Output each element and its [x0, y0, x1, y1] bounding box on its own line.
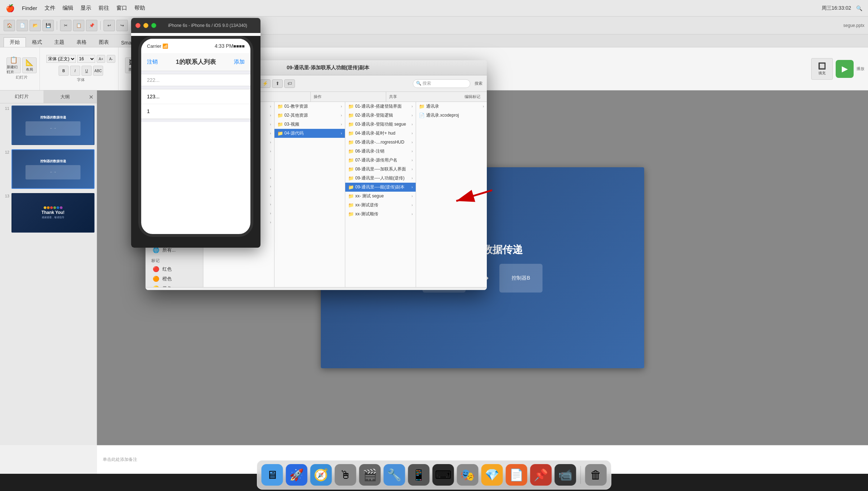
toolbar-home[interactable]: 🏠 — [4, 20, 15, 31]
toolbar-save[interactable]: 💾 — [42, 20, 54, 31]
toolbar-paste[interactable]: 📌 — [86, 20, 97, 31]
btn-italic[interactable]: I — [70, 66, 80, 76]
dock-item-launchpad[interactable]: 🚀 — [286, 464, 308, 486]
dock-item-automator[interactable]: 🎭 — [457, 464, 479, 486]
ios-search-bar[interactable]: 222... — [141, 74, 250, 86]
dock-item-safari[interactable]: 🧭 — [310, 464, 332, 486]
col3-item-10[interactable]: 📁 xx- 测试 segue › — [345, 192, 416, 201]
tab-slides[interactable]: 幻灯片 — [0, 90, 43, 103]
dock-pages-icon: 📄 — [509, 468, 524, 482]
col3-item-8[interactable]: 📁 09-通讯里----人功能(逆传) › — [345, 174, 416, 183]
col4-item-0[interactable]: 📁 通讯录 › — [416, 102, 487, 111]
ios-nav-left[interactable]: 注销 — [147, 59, 158, 65]
ios-nav-right[interactable]: 添加 — [234, 59, 245, 65]
btn-underline[interactable]: U — [82, 66, 92, 76]
col3-item-12[interactable]: 📁 xx-测试顺传 › — [345, 210, 416, 219]
col3-item-11[interactable]: 📁 xx-测试逆传 › — [345, 201, 416, 210]
dock-item-finder[interactable]: 🖥 — [262, 464, 283, 486]
dock-terminal-icon: ⌨ — [435, 468, 452, 482]
yellow-tag-icon: 🟡 — [153, 285, 160, 287]
ios-max-btn[interactable] — [151, 23, 156, 28]
menu-view[interactable]: 显示 — [80, 5, 91, 11]
btn-strikethrough[interactable]: ABC — [93, 66, 103, 76]
ribbon-tab-theme[interactable]: 主题 — [48, 37, 70, 47]
menu-go[interactable]: 前往 — [98, 5, 109, 11]
slide-preview-11[interactable]: 控制器的数据传递 ← → — [11, 106, 94, 145]
dock-item-xcode[interactable]: 🔧 — [384, 464, 405, 486]
toolbar-new[interactable]: 📄 — [17, 20, 28, 31]
ios-row-1[interactable]: 1 — [141, 104, 250, 119]
col3-item-3[interactable]: 📁 04-通讯录-延时+ hud › — [345, 129, 416, 138]
dock-item-quicktime[interactable]: 📹 — [555, 464, 576, 486]
col3-item-1[interactable]: 📁 02-通讯录-登陆逻辑 › — [345, 111, 416, 120]
finder-action-btn[interactable]: ⚡ — [260, 79, 271, 88]
ribbon-tab-chart[interactable]: 图表 — [93, 37, 115, 47]
sidebar-item-orange[interactable]: 🟠 橙色 — [147, 274, 202, 284]
font-family-select[interactable]: 宋体 (正文) — [46, 55, 76, 63]
dock-item-mouse[interactable]: 🖱 — [335, 464, 356, 486]
menu-help[interactable]: 帮助 — [134, 5, 145, 11]
col3-item-7[interactable]: 📁 08-通讯里----加联系人界面 › — [345, 165, 416, 174]
dock-ppt-icon: 📌 — [534, 468, 548, 482]
apple-menu[interactable]: 🍎 — [6, 4, 15, 13]
font-decrease[interactable]: A- — [107, 55, 115, 63]
col2-item-3[interactable]: 📁 04-源代码 › — [274, 129, 345, 138]
dock-item-terminal[interactable]: ⌨ — [433, 464, 454, 486]
col3-item-0[interactable]: 📁 01-通讯录-搭建登陆界面 › — [345, 102, 416, 111]
ribbon-new-slide[interactable]: 📋新建幻灯片 — [6, 57, 21, 73]
dock-item-sketch[interactable]: 💎 — [481, 464, 503, 486]
slide-thumb-13[interactable]: 13 🟡🟠🔴🟢🔵🟣 Thank You! 感谢观看，敬请指导 — [0, 191, 97, 235]
dock-item-trash[interactable]: 🗑 — [585, 464, 607, 486]
menu-finder[interactable]: Finder — [22, 5, 37, 11]
col3-item-4[interactable]: 📁 05-通讯录-....rogressHUD › — [345, 138, 416, 147]
col3-item-2[interactable]: 📁 03-通讯录-登陆功能 segue › — [345, 120, 416, 129]
col3-item-5[interactable]: 📁 06-通讯录-注销 › — [345, 147, 416, 156]
menu-window[interactable]: 窗口 — [116, 5, 127, 11]
ribbon-fill[interactable]: 🔲填充 — [811, 58, 833, 80]
slide-title-11: 控制器的数据传递 — [40, 115, 66, 120]
dock-item-imovie[interactable]: 🎬 — [359, 464, 381, 486]
finder-tag-btn[interactable]: 🏷 — [284, 79, 295, 88]
slide-thumb-12[interactable]: 12 控制器的数据传递 ← → — [0, 147, 97, 191]
col3-item-9[interactable]: 📁 09-通讯里----能(逆传)副本 › — [345, 183, 416, 192]
ios-min-btn[interactable] — [143, 23, 148, 28]
finder-search[interactable]: 🔍 搜索 — [413, 79, 470, 88]
menubar-search[interactable]: 🔍 — [856, 5, 862, 11]
ppt-left-panel: 幻灯片 大纲 ✕ 11 控制器的数据传递 ← → 12 控制器的数据传递 — [0, 90, 97, 445]
col4-item-1[interactable]: 📄 通讯录.xcodeproj — [416, 111, 487, 120]
col2-item-2[interactable]: 📁 03-视频 › — [274, 120, 345, 129]
ios-close-btn[interactable] — [135, 23, 140, 28]
slide-thumb-11[interactable]: 11 控制器的数据传递 ← → — [0, 103, 97, 147]
col3-item-6[interactable]: 📁 07-通讯录-源传用户名 › — [345, 156, 416, 165]
finder-share-btn[interactable]: ⬆ — [272, 79, 283, 88]
sidebar-item-yellow[interactable]: 🟡 黄色 — [147, 284, 202, 287]
dock-item-simulator[interactable]: 📱 — [408, 464, 430, 486]
sidebar-item-red[interactable]: 🔴 红色 — [147, 265, 202, 274]
tab-outline[interactable]: 大纲 — [43, 90, 87, 103]
ribbon-tab-start[interactable]: 开始 — [4, 37, 26, 47]
col2-item-1[interactable]: 📁 02-其他资源 › — [274, 111, 345, 120]
ribbon-tab-format[interactable]: 格式 — [26, 37, 48, 47]
slide-preview-13[interactable]: 🟡🟠🔴🟢🔵🟣 Thank You! 感谢观看，敬请指导 — [11, 193, 94, 233]
toolbar-open[interactable]: 📂 — [29, 20, 41, 31]
col1-chevron-2: › — [270, 122, 271, 126]
toolbar-cut[interactable]: ✂ — [60, 20, 71, 31]
dock-item-powerpoint[interactable]: 📌 — [530, 464, 552, 486]
menu-edit[interactable]: 编辑 — [63, 5, 73, 11]
toolbar-redo[interactable]: ↪ — [116, 20, 128, 31]
ios-row-number[interactable]: 123... — [141, 89, 250, 104]
font-increase[interactable]: A+ — [97, 55, 105, 63]
close-panel-btn[interactable]: ✕ — [87, 93, 95, 101]
toolbar-undo[interactable]: ↩ — [103, 20, 115, 31]
slide-preview-12[interactable]: 控制器的数据传递 ← → — [11, 149, 94, 189]
ios-phone-input[interactable]: 222... — [141, 74, 250, 86]
ribbon-layout[interactable]: 📐布局 — [22, 57, 37, 73]
dock-item-pages[interactable]: 📄 — [506, 464, 527, 486]
ribbon-tab-table[interactable]: 表格 — [70, 37, 93, 47]
toolbar-copy[interactable]: 📋 — [73, 20, 84, 31]
col2-item-0[interactable]: 📁 01-教学资源 › — [274, 102, 345, 111]
font-size-select[interactable]: 16 — [77, 55, 95, 63]
btn-bold[interactable]: B — [59, 66, 69, 76]
menu-file[interactable]: 文件 — [45, 5, 55, 11]
ribbon-play[interactable]: ▶ — [836, 60, 854, 78]
